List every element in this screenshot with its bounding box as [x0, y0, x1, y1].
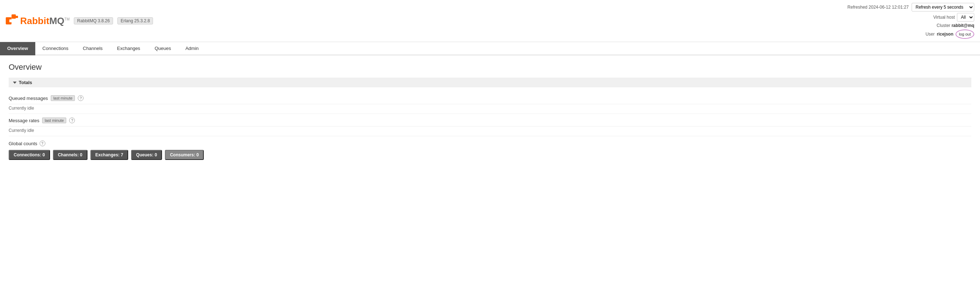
global-counts-label-row: Global counts ? [9, 138, 971, 150]
cluster-label: Cluster [937, 23, 950, 28]
nav-item-admin[interactable]: Admin [178, 42, 206, 55]
queued-messages-help-icon[interactable]: ? [78, 95, 84, 101]
queues-count-badge[interactable]: Queues: 0 [131, 150, 162, 160]
user-row: User ricejson log out [926, 30, 974, 39]
top-bar: RabbitMQTM RabbitMQ 3.8.26 Erlang 25.3.2… [0, 0, 980, 42]
logo-area: RabbitMQTM RabbitMQ 3.8.26 Erlang 25.3.2… [6, 14, 153, 27]
message-rates-status: Currently idle [9, 127, 971, 136]
totals-section-header[interactable]: Totals [9, 78, 971, 87]
svg-rect-1 [11, 14, 16, 19]
nav-item-connections[interactable]: Connections [35, 42, 76, 55]
count-badges: Connections: 0 Channels: 0 Exchanges: 7 … [9, 150, 971, 160]
channels-count-badge[interactable]: Channels: 0 [53, 150, 88, 160]
vhost-row: Virtual host All [933, 13, 974, 22]
svg-rect-4 [16, 16, 18, 18]
logo-tm: TM [64, 17, 70, 21]
main-content: Overview Totals Queued messages last min… [0, 55, 980, 167]
cluster-value: rabbit@mq [951, 23, 974, 28]
nav-item-channels[interactable]: Channels [76, 42, 110, 55]
connections-count-badge[interactable]: Connections: 0 [9, 150, 50, 160]
queued-messages-label: Queued messages [9, 96, 48, 101]
message-rates-label: Message rates [9, 118, 39, 123]
svg-rect-2 [10, 19, 12, 22]
totals-label: Totals [19, 80, 32, 85]
page-title: Overview [9, 63, 971, 72]
logo: RabbitMQTM [6, 14, 70, 27]
chevron-down-icon [13, 82, 17, 84]
queued-messages-row: Queued messages last minute ? [9, 93, 971, 104]
refresh-row: Refreshed 2024-06-12 12:01:27 Refresh ev… [848, 3, 974, 11]
global-counts-help-icon[interactable]: ? [40, 141, 45, 146]
refresh-select[interactable]: Refresh every 5 seconds No refresh Refre… [912, 3, 974, 11]
refreshed-timestamp: Refreshed 2024-06-12 12:01:27 [848, 5, 909, 10]
logo-rabbit-text: Rabbit [20, 16, 49, 26]
user-label: User [926, 32, 935, 36]
global-counts-label: Global counts [9, 141, 37, 146]
rabbitmq-version-badge: RabbitMQ 3.8.26 [74, 17, 113, 24]
message-rates-help-icon[interactable]: ? [69, 117, 75, 123]
nav-item-overview[interactable]: Overview [0, 42, 35, 55]
nav-bar: Overview Connections Channels Exchanges … [0, 42, 980, 55]
nav-item-queues[interactable]: Queues [147, 42, 178, 55]
svg-rect-3 [13, 19, 16, 22]
user-value: ricejson [937, 32, 953, 36]
logout-button[interactable]: log out [956, 30, 974, 39]
cluster-row: Cluster rabbit@mq [937, 23, 974, 28]
message-rates-row: Message rates last minute ? [9, 116, 971, 127]
message-rates-time-badge: last minute [42, 117, 66, 123]
exchanges-count-badge[interactable]: Exchanges: 7 [91, 150, 128, 160]
erlang-version-badge: Erlang 25.3.2.8 [118, 17, 153, 24]
queued-messages-status: Currently idle [9, 104, 971, 114]
vhost-select[interactable]: All [957, 13, 974, 22]
vhost-label: Virtual host [933, 15, 955, 20]
queued-messages-time-badge: last minute [51, 95, 75, 101]
nav-item-exchanges[interactable]: Exchanges [110, 42, 147, 55]
consumers-count-badge[interactable]: Consumers: 0 [165, 150, 204, 160]
logo-mq-text: MQ [49, 16, 64, 26]
top-right: Refreshed 2024-06-12 12:01:27 Refresh ev… [848, 3, 974, 39]
rabbitmq-logo-icon [6, 14, 19, 27]
